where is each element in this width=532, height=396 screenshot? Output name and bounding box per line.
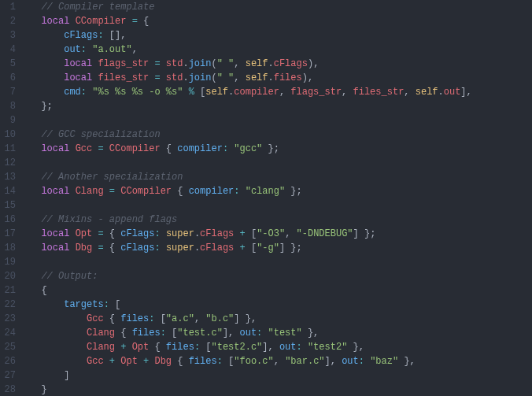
token: ] (353, 228, 364, 239)
token: Gcc (87, 313, 104, 324)
token: }, (308, 328, 319, 339)
code-line: local Gcc = CCompiler { compiler: "gcc" … (30, 142, 472, 156)
token (30, 313, 87, 324)
token: { (109, 242, 115, 254)
token (30, 2, 41, 13)
token: [ (161, 313, 166, 324)
token (104, 228, 109, 239)
token: ( (211, 58, 216, 69)
token: cFlags (64, 30, 98, 41)
code-line: out: "a.out", (30, 43, 472, 57)
token (161, 58, 166, 69)
token: out (279, 342, 297, 353)
token (30, 228, 41, 239)
token: join (189, 72, 212, 83)
token (246, 242, 251, 254)
token: { (154, 342, 160, 353)
token (183, 186, 188, 197)
token: = (109, 186, 115, 197)
token: = (98, 228, 103, 239)
code-line (30, 113, 472, 128)
code-line: local Opt = { cFlags: super.cFlags + ["-… (30, 227, 472, 241)
line-number: 16 (0, 213, 16, 227)
code-line: Gcc { files: ["a.c", "b.c"] }, (30, 312, 472, 326)
token: local (41, 143, 69, 154)
line-number: 27 (0, 368, 16, 383)
token: cFlags (120, 242, 154, 254)
token: Opt (132, 342, 150, 353)
token (30, 299, 64, 310)
token: [] (109, 30, 120, 41)
token: = (98, 143, 103, 154)
token: } (41, 384, 46, 395)
token: + (240, 228, 246, 239)
code-line: local Dbg = { cFlags: super.cFlags + ["-… (30, 241, 472, 255)
token: ] (64, 370, 69, 381)
token: files (274, 72, 302, 83)
code-line: // Compiler template (30, 0, 472, 14)
token: : (98, 30, 103, 41)
token (104, 242, 109, 254)
token: self (246, 72, 268, 83)
token (30, 101, 41, 112)
token (109, 299, 115, 310)
token: { (109, 313, 115, 324)
token: // Compiler template (41, 2, 154, 13)
token (30, 370, 64, 381)
token: "b.c" (205, 313, 234, 324)
code-line (30, 198, 472, 213)
line-number: 22 (0, 298, 16, 312)
token: "a.c" (166, 313, 194, 324)
token: self (416, 87, 438, 98)
token: }, (246, 313, 257, 324)
token: out (239, 328, 257, 339)
line-number: 14 (0, 184, 16, 198)
token: ], (223, 328, 240, 339)
line-number: 9 (0, 113, 16, 128)
token: . (438, 87, 444, 98)
token (161, 342, 166, 353)
token: compiler (189, 186, 235, 197)
token (30, 72, 64, 83)
token: , (285, 228, 296, 239)
code-line: // Another specialization (30, 170, 472, 184)
token: [ (115, 299, 120, 310)
token: CCompiler (76, 16, 127, 27)
token: }, (404, 356, 415, 367)
token (30, 30, 64, 41)
token: " " (217, 72, 235, 83)
token: , (194, 313, 205, 324)
code-line: local flags_str = std.join(" ", self.cFl… (30, 57, 472, 71)
token: ] (279, 242, 290, 254)
token (30, 328, 87, 339)
token: : (154, 242, 160, 254)
token: "test2" (308, 342, 347, 353)
token: cFlags (200, 228, 234, 239)
token: }, (353, 342, 364, 353)
token (104, 356, 109, 367)
token: join (189, 58, 212, 69)
code-line: cmd: "%s %s %s -o %s" % [self.compiler, … (30, 85, 472, 99)
token (246, 228, 251, 239)
token (239, 186, 245, 197)
token: files (166, 342, 194, 353)
line-number: 11 (0, 142, 16, 156)
token: "bar.c" (285, 356, 324, 367)
token (30, 143, 41, 154)
token: , (132, 44, 138, 55)
code-line (30, 255, 472, 269)
token: flags_str (98, 58, 149, 69)
token: = (154, 72, 160, 83)
token (104, 30, 109, 41)
token (30, 44, 64, 55)
code-line: Gcc + Opt + Dbg { files: ["foo.c", "bar.… (30, 354, 472, 368)
token: . (268, 72, 274, 83)
line-number: 23 (0, 312, 16, 326)
token: Dbg (154, 356, 172, 367)
token: local (41, 186, 69, 197)
token: = (132, 16, 138, 27)
token: . (194, 242, 200, 254)
token: }; (41, 101, 52, 112)
token: Clang (87, 328, 115, 339)
token: ), (308, 58, 319, 69)
